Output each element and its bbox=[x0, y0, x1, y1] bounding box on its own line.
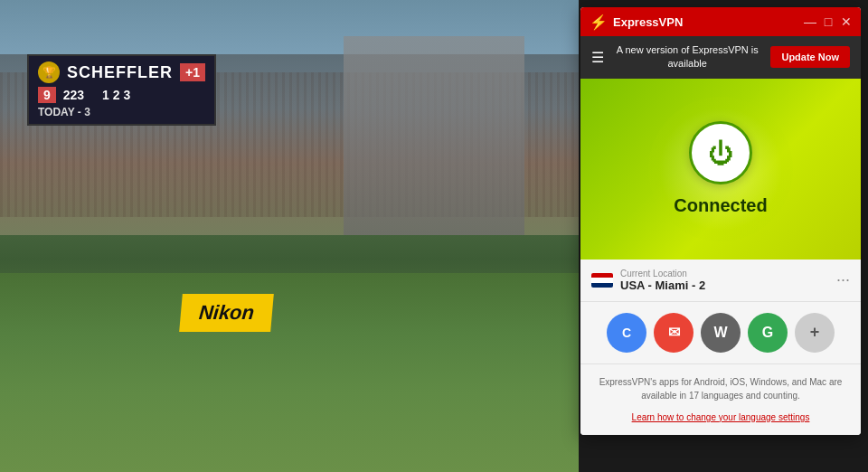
menu-icon[interactable]: ☰ bbox=[591, 49, 604, 66]
vpn-main-area: ⏻ Connected bbox=[580, 79, 861, 260]
stands bbox=[344, 36, 524, 235]
vpn-footer: ExpressVPN's apps for Android, iOS, Wind… bbox=[580, 363, 861, 435]
update-banner: ☰ A new version of ExpressVPN is availab… bbox=[580, 36, 861, 79]
player-score: +1 bbox=[180, 63, 205, 81]
minimize-button[interactable]: — bbox=[805, 16, 816, 27]
golf-background: Nikon 🏆 SCHEFFLER +1 9 223 1 2 3 TODAY -… bbox=[0, 0, 579, 472]
footer-text: ExpressVPN's apps for Android, iOS, Wind… bbox=[595, 375, 846, 402]
google-shortcut[interactable]: G bbox=[748, 313, 788, 353]
app-shortcuts: C ✉ W G + bbox=[580, 302, 861, 363]
update-now-button[interactable]: Update Now bbox=[770, 46, 850, 68]
mail-shortcut[interactable]: ✉ bbox=[654, 313, 693, 353]
hole-number: 9 bbox=[38, 87, 56, 103]
location-name: USA - Miami - 2 bbox=[620, 278, 705, 292]
usa-flag-icon bbox=[591, 273, 613, 288]
today-score: - 3 bbox=[78, 106, 90, 118]
maximize-button[interactable]: □ bbox=[823, 16, 834, 27]
fairway bbox=[0, 273, 579, 472]
power-button[interactable]: ⏻ bbox=[689, 121, 752, 184]
power-icon: ⏻ bbox=[708, 138, 733, 168]
location-options-button[interactable]: ··· bbox=[836, 270, 850, 289]
location-label: Current Location bbox=[620, 269, 705, 278]
player-name: SCHEFFLER bbox=[67, 63, 173, 82]
expressvpn-window: ⚡ ExpressVPN — □ ✕ ☰ A new version of Ex… bbox=[580, 7, 861, 435]
location-section: Current Location USA - Miami - 2 ··· bbox=[580, 260, 861, 302]
update-message: A new version of ExpressVPN is available bbox=[611, 43, 763, 71]
trophy-icon: 🏆 bbox=[38, 61, 60, 83]
connection-status: Connected bbox=[674, 195, 767, 216]
round-scores: 1 2 3 bbox=[102, 88, 130, 102]
app-title: ExpressVPN bbox=[613, 15, 683, 29]
total-score: 223 bbox=[63, 88, 84, 102]
expressvpn-logo-icon: ⚡ bbox=[590, 14, 608, 31]
chrome-shortcut[interactable]: C bbox=[607, 313, 646, 353]
close-button[interactable]: ✕ bbox=[841, 16, 852, 27]
nikon-banner: Nikon bbox=[179, 294, 274, 332]
today-label: TODAY bbox=[38, 106, 74, 118]
language-settings-link[interactable]: Learn how to change your language settin… bbox=[632, 412, 810, 422]
more-shortcuts-button[interactable]: + bbox=[795, 313, 835, 353]
wikipedia-shortcut[interactable]: W bbox=[701, 313, 741, 353]
title-bar: ⚡ ExpressVPN — □ ✕ bbox=[580, 7, 861, 36]
scoreboard: 🏆 SCHEFFLER +1 9 223 1 2 3 TODAY - 3 bbox=[27, 54, 216, 126]
